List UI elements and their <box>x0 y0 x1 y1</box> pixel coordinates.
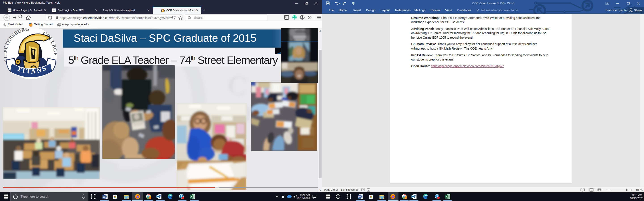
svg-text:C: C <box>226 69 249 102</box>
svg-text:100%: 100% <box>636 189 643 192</box>
